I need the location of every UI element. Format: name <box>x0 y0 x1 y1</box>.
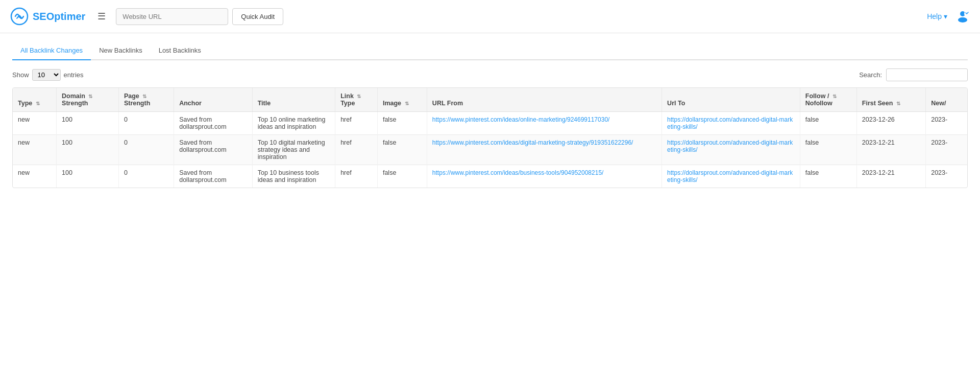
cell-page-1: 0 <box>118 135 174 165</box>
user-icon <box>955 9 970 23</box>
cell-new-1: 2023- <box>926 135 967 165</box>
col-header-domain-strength[interactable]: Domain ⇅Strength <box>57 88 119 112</box>
seoptimer-logo-icon <box>10 7 29 26</box>
entries-select[interactable]: 10 25 50 100 <box>32 69 61 81</box>
cell-follow-0: false <box>800 112 856 135</box>
url-to-link-0[interactable]: https://dollarsprout.com/advanced-digita… <box>667 116 793 130</box>
col-header-url-from: URL From <box>427 88 662 112</box>
cell-title-1: Top 10 digital marketing strategy ideas … <box>252 135 335 165</box>
help-dropdown-icon: ▾ <box>944 12 947 20</box>
cell-urlto-2[interactable]: https://dollarsprout.com/advanced-digita… <box>662 165 800 188</box>
cell-image-1: false <box>377 135 427 165</box>
cell-domain-0: 100 <box>57 112 119 135</box>
cell-domain-1: 100 <box>57 135 119 165</box>
tab-new-backlinks[interactable]: New Backlinks <box>91 41 151 60</box>
main-content: All Backlink Changes New Backlinks Lost … <box>0 33 980 196</box>
url-to-link-2[interactable]: https://dollarsprout.com/advanced-digita… <box>667 169 793 183</box>
cell-type-1: new <box>13 135 57 165</box>
cell-follow-2: false <box>800 165 856 188</box>
cell-title-2: Top 10 business tools ideas and inspirat… <box>252 165 335 188</box>
cell-page-0: 0 <box>118 112 174 135</box>
table-row: new 100 0 Saved from dollarsprout.com To… <box>13 165 967 188</box>
search-bar: Search: <box>859 68 968 81</box>
header: SEOptimer ☰ Quick Audit Help ▾ <box>0 0 980 33</box>
logo-text: SEOptimer <box>33 11 85 22</box>
cell-domain-2: 100 <box>57 165 119 188</box>
help-label: Help <box>927 12 942 20</box>
search-input[interactable] <box>886 68 968 81</box>
cell-linktype-1: href <box>335 135 378 165</box>
sort-icon-follow: ⇅ <box>832 94 837 99</box>
cell-urlfrom-0[interactable]: https://www.pinterest.com/ideas/online-m… <box>427 112 662 135</box>
cell-type-0: new <box>13 112 57 135</box>
cell-new-2: 2023- <box>926 165 967 188</box>
url-from-link-0[interactable]: https://www.pinterest.com/ideas/online-m… <box>432 116 610 123</box>
backlinks-table: Type ⇅ Domain ⇅Strength Page ⇅Strength A… <box>13 88 967 188</box>
sort-icon-type: ⇅ <box>36 101 40 106</box>
table-header-row: Type ⇅ Domain ⇅Strength Page ⇅Strength A… <box>13 88 967 112</box>
col-header-type[interactable]: Type ⇅ <box>13 88 57 112</box>
sort-icon-link: ⇅ <box>357 94 361 99</box>
cell-anchor-2: Saved from dollarsprout.com <box>174 165 253 188</box>
sort-icon-page: ⇅ <box>142 94 146 99</box>
cell-firstseen-0: 2023-12-26 <box>856 112 925 135</box>
col-header-first-seen[interactable]: First Seen ⇅ <box>856 88 925 112</box>
col-header-link-type[interactable]: Link ⇅Type <box>335 88 378 112</box>
help-button[interactable]: Help ▾ <box>927 12 947 20</box>
cell-urlfrom-1[interactable]: https://www.pinterest.com/ideas/digital-… <box>427 135 662 165</box>
cell-urlto-1[interactable]: https://dollarsprout.com/advanced-digita… <box>662 135 800 165</box>
cell-firstseen-1: 2023-12-21 <box>856 135 925 165</box>
entries-label: entries <box>64 71 84 79</box>
backlinks-table-wrapper: Type ⇅ Domain ⇅Strength Page ⇅Strength A… <box>12 87 968 188</box>
sort-icon-domain: ⇅ <box>88 94 92 99</box>
cell-firstseen-2: 2023-12-21 <box>856 165 925 188</box>
col-header-anchor: Anchor <box>174 88 253 112</box>
website-url-input[interactable] <box>116 8 228 25</box>
col-header-title: Title <box>252 88 335 112</box>
controls-bar: Show 10 25 50 100 entries Search: <box>12 68 968 81</box>
cell-anchor-0: Saved from dollarsprout.com <box>174 112 253 135</box>
cell-follow-1: false <box>800 135 856 165</box>
table-row: new 100 0 Saved from dollarsprout.com To… <box>13 135 967 165</box>
url-from-link-1[interactable]: https://www.pinterest.com/ideas/digital-… <box>432 139 633 146</box>
cell-urlto-0[interactable]: https://dollarsprout.com/advanced-digita… <box>662 112 800 135</box>
url-to-link-1[interactable]: https://dollarsprout.com/advanced-digita… <box>667 139 793 153</box>
header-right: Help ▾ <box>927 9 970 25</box>
url-from-link-2[interactable]: https://www.pinterest.com/ideas/business… <box>432 169 604 176</box>
show-entries-control: Show 10 25 50 100 entries <box>12 69 84 81</box>
tabs-nav: All Backlink Changes New Backlinks Lost … <box>12 41 968 60</box>
cell-new-0: 2023- <box>926 112 967 135</box>
tab-all-backlink-changes[interactable]: All Backlink Changes <box>12 41 91 60</box>
search-label: Search: <box>859 71 882 79</box>
svg-point-3 <box>958 17 967 22</box>
cell-linktype-0: href <box>335 112 378 135</box>
cell-urlfrom-2[interactable]: https://www.pinterest.com/ideas/business… <box>427 165 662 188</box>
cell-anchor-1: Saved from dollarsprout.com <box>174 135 253 165</box>
svg-point-1 <box>18 15 21 18</box>
sort-icon-firstseen: ⇅ <box>896 101 900 106</box>
cell-image-0: false <box>377 112 427 135</box>
user-icon-button[interactable] <box>955 9 970 25</box>
show-label: Show <box>12 71 29 79</box>
logo-area: SEOptimer <box>10 7 85 26</box>
col-header-new: New/ <box>926 88 967 112</box>
cell-title-0: Top 10 online marketing ideas and inspir… <box>252 112 335 135</box>
cell-page-2: 0 <box>118 165 174 188</box>
cell-type-2: new <box>13 165 57 188</box>
cell-linktype-2: href <box>335 165 378 188</box>
quick-audit-button[interactable]: Quick Audit <box>232 8 283 25</box>
table-row: new 100 0 Saved from dollarsprout.com To… <box>13 112 967 135</box>
col-header-follow[interactable]: Follow / ⇅Nofollow <box>800 88 856 112</box>
cell-image-2: false <box>377 165 427 188</box>
col-header-page-strength[interactable]: Page ⇅Strength <box>118 88 174 112</box>
menu-button[interactable]: ☰ <box>93 7 110 26</box>
tab-lost-backlinks[interactable]: Lost Backlinks <box>151 41 209 60</box>
sort-icon-image: ⇅ <box>405 101 409 106</box>
col-header-image[interactable]: Image ⇅ <box>377 88 427 112</box>
col-header-url-to: Url To <box>662 88 800 112</box>
